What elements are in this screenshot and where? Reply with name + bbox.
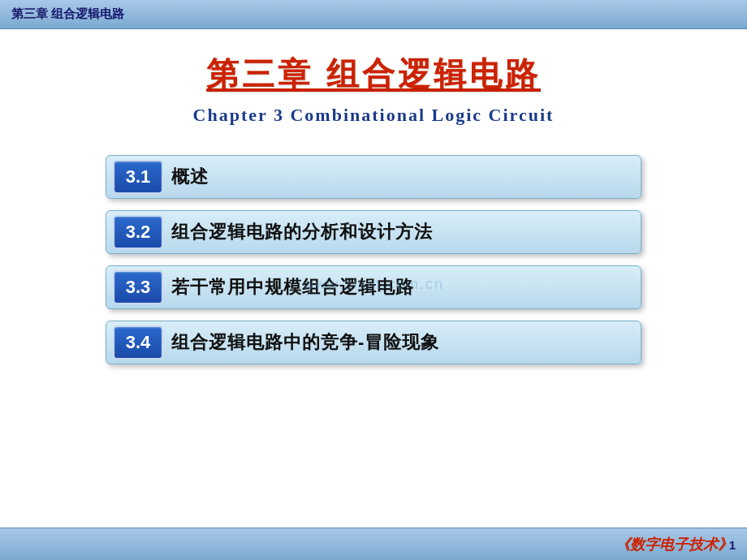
menu-row-2[interactable]: 3.2组合逻辑电路的分析和设计方法 [106,210,641,254]
page-number: 1 [729,538,736,552]
bottom-bar: 《数字电子技术》 [0,528,747,560]
english-title: Chapter 3 Combinational Logic Circuit [193,105,555,126]
menu-text-1: 概述 [171,156,217,198]
menu-row-4[interactable]: 3.4组合逻辑电路中的竞争-冒险现象 [106,321,641,364]
menu-text-3: 若干常用中规模组合逻辑电路 [171,266,422,308]
main-content: 第三章 组合逻辑电路 Chapter 3 Combinational Logic… [0,29,747,528]
menu-row-3[interactable]: 3.3若干常用中规模组合逻辑电路 [106,265,641,309]
bottom-text: 《数字电子技术》 [615,535,732,554]
menu-container: 3.1概述3.2组合逻辑电路的分析和设计方法3.3若干常用中规模组合逻辑电路3.… [106,155,641,364]
top-bar: 第三章 组合逻辑电路 [0,0,747,29]
menu-text-2: 组合逻辑电路的分析和设计方法 [171,211,441,253]
menu-badge-2: 3.2 [113,215,163,249]
menu-badge-4: 3.4 [113,325,163,360]
menu-badge-3: 3.3 [113,270,163,304]
menu-text-4: 组合逻辑电路中的竞争-冒险现象 [171,321,447,364]
top-bar-title: 第三章 组合逻辑电路 [11,6,124,22]
menu-badge-1: 3.1 [113,160,163,194]
chinese-title: 第三章 组合逻辑电路 [206,52,540,97]
menu-row-1[interactable]: 3.1概述 [106,155,641,199]
